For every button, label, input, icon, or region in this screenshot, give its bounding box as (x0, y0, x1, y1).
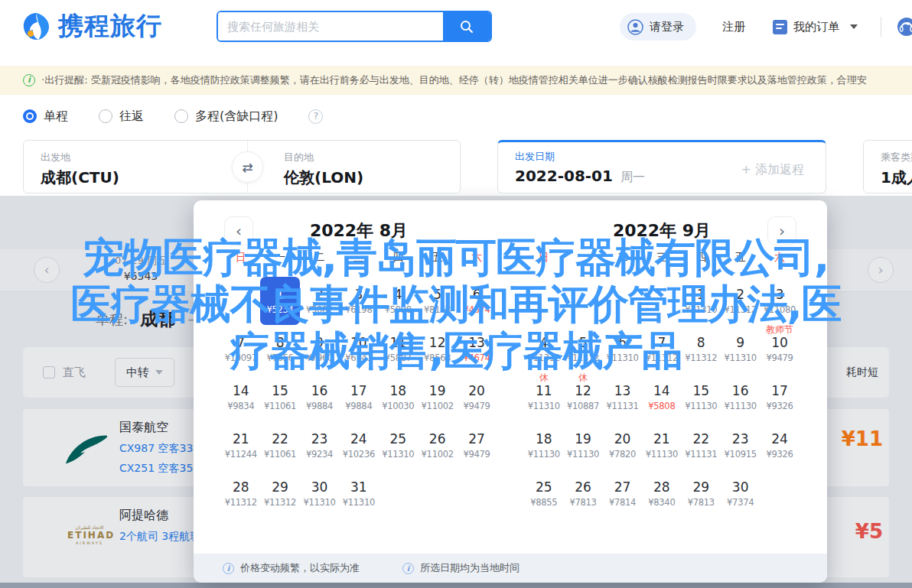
day-price: ¥6198 (339, 304, 378, 315)
calendar-day[interactable]: 9¥7960 (300, 325, 339, 373)
day-price: ¥7813 (563, 497, 602, 508)
calendar-day[interactable]: 28¥11312 (221, 469, 260, 518)
calendar-day[interactable]: 27¥9479 (457, 421, 496, 469)
day-number: 23 (721, 431, 760, 447)
search-button[interactable] (443, 12, 490, 41)
calendar-day[interactable]: 6¥4674 (457, 277, 496, 325)
calendar-day[interactable]: 17¥9884 (339, 373, 378, 421)
calendar-day[interactable]: 15¥11061 (260, 373, 299, 421)
calendar-day[interactable]: 13¥11131 (603, 373, 642, 421)
calendar-day[interactable]: 13¥4674 (457, 325, 496, 373)
calendar-day[interactable]: 24¥9326 (760, 421, 799, 469)
day-price: ¥11310 (682, 304, 721, 315)
calendar-day[interactable]: 14¥9834 (221, 373, 260, 421)
calendar-day[interactable]: 14¥5808 (642, 373, 681, 421)
calendar-day[interactable]: 29¥11312 (260, 469, 299, 518)
calendar-day[interactable]: 16¥11130 (721, 373, 760, 421)
search-input[interactable] (218, 12, 443, 41)
calendar-day[interactable]: 31¥11310 (339, 469, 378, 518)
calendar-day[interactable]: 10¥6141 (339, 325, 378, 373)
calendar-day[interactable]: 27¥7814 (603, 469, 642, 518)
calendar-day[interactable]: 2¥5082 (300, 277, 339, 325)
calendar-day[interactable]: 20¥9479 (457, 373, 496, 421)
calendar-day[interactable]: 24¥10236 (339, 421, 378, 469)
calendar-day[interactable]: 23¥10915 (721, 421, 760, 469)
register-link[interactable]: 注册 (722, 20, 745, 34)
calendar-day-empty (563, 277, 602, 325)
calendar-day[interactable]: 1¥5234 (260, 277, 299, 325)
day-number: 7 (221, 335, 260, 350)
calendar-day[interactable]: 25¥8855 (524, 469, 563, 518)
calendar-day[interactable]: 12¥8563 (418, 325, 457, 373)
calendar-day[interactable]: 29¥7813 (682, 469, 721, 518)
calendar-day[interactable]: 6¥11310 (603, 325, 642, 373)
destination-field[interactable]: 目的地 伦敦(LON) (284, 151, 363, 188)
day-price: ¥7820 (603, 449, 642, 460)
calendar-day[interactable]: 30¥7374 (721, 469, 760, 518)
calendar-day[interactable]: 3¥11080 (760, 277, 799, 325)
day-number: 26 (563, 479, 602, 495)
calendar-day[interactable]: 4¥5998 (379, 277, 418, 325)
departure-date-field[interactable]: 出发日期 2022-08-01 周一 + 添加返程 (497, 140, 826, 193)
calendar-day[interactable]: 20¥7820 (603, 421, 642, 469)
calendar-day[interactable]: 15¥11130 (682, 373, 721, 421)
radio-roundtrip[interactable]: 往返 (99, 109, 144, 125)
calendar-day[interactable]: 1¥11310 (682, 277, 721, 325)
calendar-day[interactable]: 8¥7656 (260, 325, 299, 373)
calendar-day[interactable]: 7¥10097 (221, 325, 260, 373)
day-number: 1 (682, 287, 721, 302)
calendar-day[interactable]: 17¥9326 (760, 373, 799, 421)
calendar-day[interactable]: 休12¥10887 (563, 373, 602, 421)
calendar-day[interactable]: 3¥6198 (339, 277, 378, 325)
calendar-day[interactable]: 26¥7813 (563, 469, 602, 518)
calendar-day[interactable]: 30¥11310 (300, 469, 339, 518)
day-number: 20 (603, 431, 642, 447)
calendar-day[interactable]: 19¥11130 (563, 421, 602, 469)
calendar-day[interactable]: 休11¥11310 (524, 373, 563, 421)
swap-cities-button[interactable]: ⇄ (232, 151, 263, 183)
calendar-day[interactable]: 18¥11130 (524, 421, 563, 469)
calendar-day[interactable]: 25¥11310 (379, 421, 418, 469)
day-price: ¥9326 (760, 401, 799, 411)
calendar-day[interactable]: 5¥11312 (563, 325, 602, 373)
day-number: 2 (300, 287, 339, 302)
day-price: ¥6141 (339, 352, 378, 363)
day-number: 7 (642, 335, 681, 350)
weekday-label: 三 (642, 251, 681, 271)
departure-label: 出发地 (41, 151, 119, 164)
calendar-day[interactable]: 2¥11312 (721, 277, 760, 325)
calendar-day[interactable]: 22¥11131 (682, 421, 721, 469)
customer-service-icon[interactable] (895, 15, 912, 38)
calendar-day[interactable]: 26¥11002 (418, 421, 457, 469)
calendar-day[interactable]: 22¥11061 (260, 421, 299, 469)
calendar-day[interactable]: 5¥8163 (418, 277, 457, 325)
my-orders-menu[interactable]: 我的订单 (773, 20, 858, 34)
calendar-day[interactable]: 4¥11312 (524, 325, 563, 373)
add-return-button[interactable]: + 添加返程 (741, 162, 805, 178)
login-button[interactable]: 请登录 (620, 13, 696, 41)
day-price: ¥9479 (760, 352, 799, 363)
calendar-day[interactable]: 16¥9884 (300, 373, 339, 421)
radio-multicity[interactable]: 多程(含缺口程) (174, 109, 278, 125)
calendar-day[interactable]: 23¥9234 (300, 421, 339, 469)
city-fields: 出发地 成都(CTU) ⇄ 目的地 伦敦(LON) (23, 140, 461, 193)
calendar-day[interactable]: 19¥11002 (418, 373, 457, 421)
calendar-day[interactable]: 7¥11312 (642, 325, 681, 373)
calendar-day[interactable]: 18¥10030 (379, 373, 418, 421)
passenger-field[interactable]: 乘客类型 1成人 (863, 140, 912, 193)
day-price: ¥11131 (603, 401, 642, 411)
ctrip-logo[interactable]: 携程旅行 (20, 9, 162, 44)
calendar-day[interactable]: 9¥11310 (721, 325, 760, 373)
day-price: ¥11080 (760, 304, 799, 315)
day-number: 30 (721, 479, 760, 495)
day-price: ¥11061 (260, 449, 299, 460)
calendar-day[interactable]: 教师节10¥9479 (760, 325, 799, 373)
calendar-day[interactable]: 28¥8340 (642, 469, 681, 518)
calendar-day[interactable]: 21¥11244 (221, 421, 260, 469)
calendar-day[interactable]: 8¥11312 (682, 325, 721, 373)
departure-field[interactable]: 出发地 成都(CTU) (41, 151, 119, 188)
calendar-day[interactable]: 11¥5887 (379, 325, 418, 373)
calendar-day[interactable]: 21¥11130 (642, 421, 681, 469)
help-icon[interactable]: ? (308, 109, 323, 124)
radio-oneway[interactable]: 单程 (23, 109, 68, 125)
